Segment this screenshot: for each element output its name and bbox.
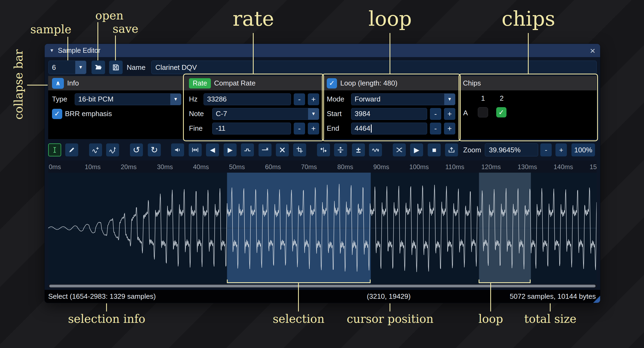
resize-wave-icon bbox=[92, 146, 99, 154]
fade-out-icon: ▶ bbox=[228, 147, 233, 153]
sign-invert-button[interactable]: ± bbox=[352, 143, 365, 156]
waveform-display[interactable] bbox=[48, 173, 597, 284]
annotation-line bbox=[550, 303, 551, 311]
open-sample-button[interactable] bbox=[91, 61, 105, 74]
pencil-icon bbox=[68, 146, 76, 154]
loop-highlight-box bbox=[322, 74, 461, 141]
sample-selector-dropdown[interactable]: 6 ▼ bbox=[48, 61, 86, 74]
annotation-line bbox=[390, 303, 390, 311]
invert-button[interactable] bbox=[334, 143, 347, 156]
draw-tool-button[interactable] bbox=[65, 143, 78, 156]
scrollbar-thumb[interactable] bbox=[49, 285, 596, 287]
resample-button[interactable] bbox=[106, 143, 119, 156]
waveform-scrollbar[interactable] bbox=[48, 284, 597, 288]
crossfade-loop-button[interactable] bbox=[393, 143, 406, 156]
sample-number-value: 6 bbox=[49, 63, 75, 72]
titlebar[interactable]: ▼ Sample Editor × bbox=[45, 44, 600, 57]
annotation-collapse-bar: collapse bar bbox=[12, 49, 25, 119]
brr-emphasis-checkbox[interactable]: ✓ bbox=[52, 109, 62, 119]
preview-sample-button[interactable]: ▶ bbox=[410, 143, 423, 156]
redo-button[interactable]: ↻ bbox=[148, 143, 161, 156]
ruler-label: 140ms bbox=[554, 163, 573, 171]
create-instrument-button[interactable] bbox=[445, 143, 458, 156]
annotation-rate: rate bbox=[233, 7, 274, 30]
fade-in-button[interactable]: ◀ bbox=[206, 143, 219, 156]
ruler-label: 90ms bbox=[373, 163, 389, 171]
loop-bracket bbox=[479, 280, 531, 283]
zoom-in-button[interactable]: + bbox=[555, 143, 567, 156]
sample-name-value: Clarinet DQV bbox=[155, 63, 197, 72]
annotation-line bbox=[97, 22, 98, 60]
fade-out-button[interactable]: ▶ bbox=[224, 143, 237, 156]
sample-type-dropdown[interactable]: 16-bit PCM ▼ bbox=[75, 93, 181, 105]
save-sample-button[interactable] bbox=[109, 61, 123, 74]
ruler-label: 60ms bbox=[265, 163, 281, 171]
window-collapse-icon[interactable]: ▼ bbox=[50, 48, 54, 53]
play-icon: ▶ bbox=[414, 146, 419, 153]
stop-preview-button[interactable]: ■ bbox=[428, 143, 441, 156]
collapse-chevron-button[interactable]: ∧ bbox=[52, 78, 64, 89]
rate-highlight-box bbox=[183, 74, 324, 141]
reverse-button[interactable] bbox=[317, 143, 330, 156]
ruler-label: 120ms bbox=[481, 163, 501, 171]
annotation-save: save bbox=[113, 22, 138, 35]
annotation-line bbox=[253, 33, 254, 74]
sample-name-input[interactable]: Clarinet DQV bbox=[151, 61, 597, 74]
normalize-button[interactable] bbox=[189, 143, 202, 156]
apply-silence-button[interactable] bbox=[259, 143, 272, 156]
status-total-size: 5072 samples, 10144 bytes bbox=[510, 290, 596, 303]
annotation-selection-info: selection info bbox=[68, 312, 145, 326]
resample-wave-icon bbox=[109, 146, 116, 154]
annotation-chips: chips bbox=[502, 7, 555, 30]
ruler-label: 70ms bbox=[301, 163, 317, 171]
window-resize-grip[interactable] bbox=[593, 296, 600, 303]
annotation-sample: sample bbox=[30, 23, 71, 36]
undo-button[interactable]: ↺ bbox=[130, 143, 143, 156]
desktop-background: ▼ Sample Editor × 6 ▼ Name Clarinet DQV bbox=[0, 0, 644, 348]
chips-highlight-box bbox=[459, 74, 598, 141]
info-panel: ∧ Info Type 16-bit PCM ▼ ✓ BRR emphasis bbox=[48, 76, 185, 139]
annotation-cursor-position: cursor position bbox=[347, 312, 434, 326]
floppy-disk-icon bbox=[112, 63, 120, 71]
zoom-reset-button[interactable]: 100% bbox=[571, 143, 595, 156]
select-tool-button[interactable] bbox=[48, 143, 61, 156]
annotation-line bbox=[106, 303, 107, 311]
undo-icon: ↺ bbox=[133, 146, 140, 154]
annotation-line bbox=[67, 37, 68, 60]
annotation-line bbox=[298, 283, 299, 311]
delete-x-icon bbox=[279, 146, 286, 154]
insert-silence-icon bbox=[244, 146, 251, 154]
zoom-out-button[interactable]: - bbox=[540, 143, 552, 156]
annotation-line bbox=[528, 33, 529, 74]
delete-button[interactable] bbox=[276, 143, 289, 156]
invert-icon bbox=[337, 146, 344, 154]
status-bar: Select (1654-2983: 1329 samples) (3210, … bbox=[45, 290, 600, 303]
ruler-label: 50ms bbox=[229, 163, 245, 171]
info-panel-title: Info bbox=[67, 79, 79, 87]
annotation-open: open bbox=[95, 9, 123, 22]
ruler-label: 110ms bbox=[445, 163, 464, 171]
insert-silence-button[interactable] bbox=[241, 143, 254, 156]
annotation-total-size: total size bbox=[524, 312, 577, 326]
zoom-input[interactable]: 39.9645% bbox=[485, 143, 538, 156]
selection-bracket bbox=[227, 280, 371, 283]
filter-button[interactable] bbox=[369, 143, 382, 156]
annotation-selection: selection bbox=[273, 312, 325, 326]
amplify-button[interactable] bbox=[171, 143, 184, 156]
ruler-label: 0ms bbox=[49, 163, 61, 171]
resize-button[interactable] bbox=[89, 143, 102, 156]
fade-in-icon: ◀ bbox=[210, 147, 215, 153]
dropdown-arrow-icon: ▼ bbox=[75, 61, 86, 74]
stop-icon: ■ bbox=[432, 146, 436, 153]
sample-type-value: 16-bit PCM bbox=[75, 95, 170, 103]
window-title: Sample Editor bbox=[58, 47, 100, 54]
crossfade-icon bbox=[395, 146, 403, 154]
annotation-line bbox=[490, 283, 491, 311]
status-cursor-position: (3210, 19429) bbox=[367, 290, 411, 303]
apply-silence-icon bbox=[261, 146, 269, 154]
ruler-label: 10ms bbox=[85, 163, 101, 171]
close-icon[interactable]: × bbox=[590, 46, 595, 55]
trim-button[interactable] bbox=[293, 143, 306, 156]
normalize-icon bbox=[191, 146, 199, 154]
speaker-icon bbox=[174, 146, 181, 154]
